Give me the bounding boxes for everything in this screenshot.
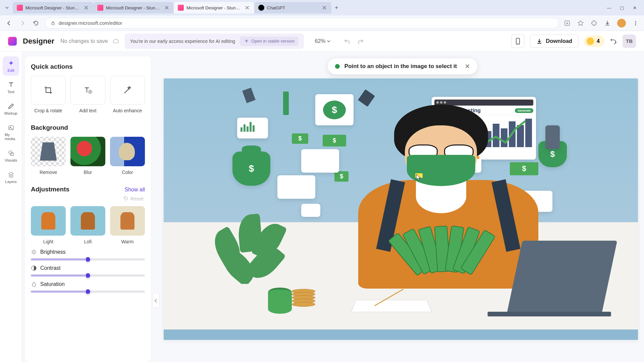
phone-icon [545, 125, 559, 149]
brightness-slider: Brightness 0 [31, 249, 145, 260]
close-window-icon[interactable]: ✕ [632, 5, 637, 10]
designer-favicon [97, 5, 103, 11]
redo-button[interactable] [357, 38, 364, 45]
slider-thumb[interactable] [85, 289, 91, 295]
svg-point-9 [9, 151, 12, 154]
minimize-icon[interactable]: — [606, 5, 612, 10]
tab-designer-1[interactable]: Microsoft Designer - Stunning [13, 2, 93, 13]
user-avatar[interactable]: TB [623, 35, 636, 48]
early-access-banner: You're in our early access experience fo… [125, 34, 304, 49]
svg-point-12 [33, 251, 35, 253]
install-app-icon[interactable] [564, 19, 571, 27]
maximize-icon[interactable]: ▢ [619, 5, 625, 10]
preset-thumb [110, 206, 145, 236]
designer-logo-icon[interactable] [8, 37, 17, 46]
bg-blur[interactable]: Blur [70, 137, 105, 175]
undo-redo [343, 38, 364, 45]
mobile-preview-button[interactable] [511, 35, 525, 48]
tab-title: ChatGPT [267, 5, 319, 10]
preset-thumb [31, 206, 66, 236]
bookmark-icon[interactable] [577, 19, 584, 27]
undo-button[interactable] [343, 38, 351, 45]
rail-my-media[interactable]: My media [3, 121, 19, 144]
sparkle-icon [7, 60, 15, 67]
saturation-track[interactable]: 0 [31, 291, 145, 293]
close-icon[interactable] [322, 5, 327, 10]
close-toast-button[interactable]: ✕ [465, 63, 470, 70]
slider-thumb[interactable] [85, 256, 91, 262]
reload-button[interactable] [32, 19, 40, 27]
slider-thumb[interactable] [85, 273, 91, 279]
chevron-left-icon [154, 298, 158, 303]
auto-enhance-action[interactable]: Auto enhance [110, 76, 145, 113]
rail-layers[interactable]: Layers [3, 168, 19, 187]
toolbar-right [564, 19, 639, 27]
contrast-icon [31, 265, 37, 271]
tab-chatgpt[interactable]: ChatGPT [254, 2, 331, 13]
back-button[interactable] [5, 19, 13, 27]
new-tab-button[interactable]: + [335, 4, 338, 11]
close-icon[interactable] [84, 5, 89, 10]
svg-point-2 [635, 21, 636, 22]
tab-title: Microsoft Designer - Stunning [25, 5, 81, 10]
profile-avatar[interactable] [617, 19, 626, 27]
credits-badge[interactable]: 4 [584, 36, 604, 47]
downloads-icon[interactable] [604, 19, 611, 27]
add-text-action[interactable]: Add text [70, 76, 105, 113]
window-controls: — ▢ ✕ [606, 5, 641, 10]
cursor-pointer [416, 174, 422, 180]
site-info-icon[interactable] [51, 21, 55, 25]
collapse-panel-button[interactable] [152, 293, 160, 308]
design-canvas[interactable]: $ $ $ $ $ Divonnt InvestingGenerate $ [164, 78, 638, 340]
dollar-bill-icon: $ [323, 135, 346, 146]
pencil-icon [7, 103, 15, 110]
preset-light[interactable]: Light [31, 206, 66, 244]
cloud-icon [111, 38, 119, 45]
rail-edit[interactable]: Edit [3, 56, 19, 76]
app-header: Designer No changes to save You're in ou… [0, 31, 644, 52]
url-input[interactable]: designer.microsoft.com/editor [45, 18, 559, 28]
zoom-control[interactable]: 62% [315, 38, 331, 44]
dollar-badge-card: $ [315, 94, 353, 126]
tab-designer-3[interactable]: Microsoft Designer - Stunning [174, 2, 254, 13]
layers-icon [7, 171, 15, 178]
bg-remove[interactable]: Remove [31, 137, 66, 175]
download-icon [536, 38, 542, 44]
preset-warm[interactable]: Warm [110, 206, 145, 244]
rail-text[interactable]: Text [3, 78, 19, 97]
wand-icon [110, 76, 145, 105]
extensions-icon[interactable] [590, 19, 598, 27]
brightness-track[interactable]: 0 [31, 258, 145, 260]
close-icon[interactable] [164, 5, 169, 10]
browser-menu-icon[interactable] [632, 19, 639, 27]
reset-adjustments[interactable]: Reset [32, 196, 144, 201]
header-right: Download 4 TB [511, 35, 636, 48]
share-icon[interactable] [610, 38, 617, 45]
coin-stack [292, 290, 316, 314]
adjustments-title: Adjustments [31, 186, 69, 193]
open-stable-button[interactable]: Open in stable version [240, 37, 299, 46]
show-all-link[interactable]: Show all [125, 187, 145, 193]
app-name: Designer [23, 37, 54, 46]
download-button[interactable]: Download [530, 35, 579, 48]
brightness-icon [31, 249, 37, 255]
person-illustration [358, 105, 538, 314]
tab-history-dropdown[interactable] [3, 4, 11, 11]
rail-visuals[interactable]: Visuals [3, 146, 19, 166]
mini-chart-card [301, 204, 320, 217]
rail-markup[interactable]: Markup [3, 99, 19, 119]
designer-favicon [17, 5, 23, 11]
bg-color[interactable]: Color [110, 137, 145, 175]
crop-rotate-action[interactable]: Crop & rotate [31, 76, 66, 113]
left-rail: Edit Text Markup My media Visuals Layers [0, 52, 22, 362]
background-row: Remove Blur Color [31, 137, 145, 175]
close-icon[interactable] [245, 5, 250, 10]
background-title: Background [31, 124, 145, 131]
toast-text: Point to an object in the image to selec… [344, 63, 457, 70]
forward-button[interactable] [18, 19, 27, 27]
dollar-bill-icon: $ [334, 171, 348, 182]
preset-lofi[interactable]: Lofi [70, 206, 105, 244]
tab-designer-2[interactable]: Microsoft Designer - Stunning [93, 2, 174, 13]
main: Edit Text Markup My media Visuals Layers… [0, 52, 644, 362]
contrast-track[interactable]: 0 [31, 275, 145, 277]
